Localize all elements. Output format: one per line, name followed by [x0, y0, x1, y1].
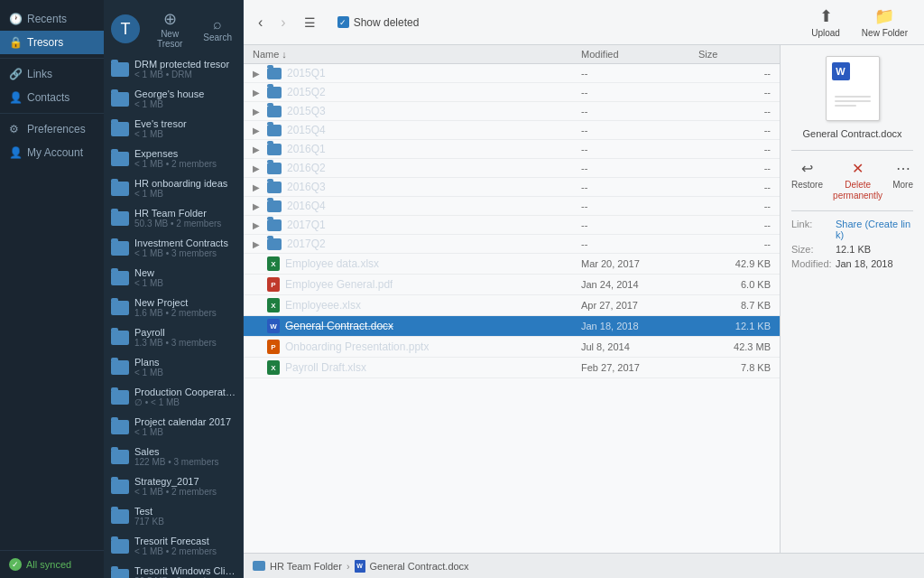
- tresor-item[interactable]: Test 717 KB: [104, 501, 243, 531]
- table-row[interactable]: ▶ 2015Q3 -- --: [244, 102, 780, 121]
- tresor-name: Plans: [134, 357, 236, 368]
- sidebar-item-recents[interactable]: 🕐 Recents: [0, 7, 104, 31]
- file-name: General Contract.docx: [285, 320, 393, 332]
- search-button[interactable]: ⌕ Search: [199, 14, 236, 44]
- tresor-item[interactable]: Project calendar 2017 < 1 MB: [104, 412, 243, 442]
- tresor-folder-icon: [111, 92, 129, 107]
- file-name: 2017Q2: [287, 238, 326, 250]
- tresors-icon: 🔒: [9, 36, 22, 49]
- tresor-item[interactable]: DRM protected tresor < 1 MB • DRM: [104, 54, 243, 84]
- sidebar-item-preferences[interactable]: ⚙ Preferences: [0, 117, 104, 141]
- tresor-item[interactable]: New < 1 MB: [104, 263, 243, 293]
- link-value[interactable]: Share (Create link): [836, 219, 913, 240]
- table-row[interactable]: X Employee data.xlsx Mar 20, 2017 42.9 K…: [244, 254, 780, 275]
- tresor-info: Test 717 KB: [134, 506, 236, 527]
- tresor-meta: 122 MB • 3 members: [134, 457, 236, 467]
- tresor-item[interactable]: HR Team Folder 50.3 MB • 2 members: [104, 203, 243, 233]
- tresor-item[interactable]: Expenses < 1 MB • 2 members: [104, 144, 243, 173]
- table-row[interactable]: X Payroll Draft.xlsx Feb 27, 2017 7.8 KB: [244, 358, 780, 378]
- sidebar-item-tresors[interactable]: 🔒 Tresors: [0, 31, 104, 54]
- file-meta: Link: Share (Create link) Size: 12.1 KB …: [791, 211, 913, 280]
- word-file-icon: W: [267, 319, 280, 333]
- tresor-name: HR Team Folder: [134, 208, 236, 219]
- file-size: 12.1 KB: [698, 321, 771, 331]
- table-row[interactable]: X Employeee.xlsx Apr 27, 2017 8.7 KB: [244, 295, 780, 316]
- sidebar-divider: [0, 58, 104, 59]
- sidebar-item-links[interactable]: 🔗 Links: [0, 62, 104, 86]
- tresor-name: Eve's tresor: [134, 118, 236, 129]
- table-row[interactable]: ▶ 2015Q1 -- --: [244, 64, 780, 83]
- tresor-item[interactable]: Sales 122 MB • 3 members: [104, 442, 243, 471]
- table-row[interactable]: ▶ 2017Q1 -- --: [244, 216, 780, 235]
- tresor-folder-icon: [111, 122, 129, 136]
- tresor-item[interactable]: HR onboarding ideas < 1 MB: [104, 173, 243, 203]
- ppt-file-icon: P: [267, 340, 280, 354]
- tresor-item[interactable]: Plans < 1 MB: [104, 352, 243, 382]
- file-name: 2016Q3: [287, 181, 326, 193]
- view-list-button[interactable]: ☰: [299, 12, 321, 33]
- show-deleted-toggle[interactable]: ✓ Show deleted: [337, 16, 420, 29]
- breadcrumb-folder-label[interactable]: HR Team Folder: [270, 561, 342, 572]
- tresor-item[interactable]: Strategy_2017 < 1 MB • 2 members: [104, 471, 243, 501]
- breadcrumb-file-label[interactable]: General Contract.docx: [370, 561, 469, 572]
- tresor-item[interactable]: Production Cooperation ∅ • < 1 MB: [104, 382, 243, 412]
- toolbar: ‹ › ☰ ✓ Show deleted ⬆ Upload 📁 New Fold…: [244, 0, 924, 45]
- sidebar-item-label: My Account: [27, 146, 83, 159]
- file-modified: Jan 24, 2014: [581, 279, 698, 290]
- tresor-item[interactable]: Tresorit Forecast < 1 MB • 2 members: [104, 531, 243, 561]
- table-row[interactable]: ▶ 2016Q4 -- --: [244, 197, 780, 216]
- modified-value: Jan 18, 2018: [836, 258, 913, 269]
- sidebar-item-contacts[interactable]: 👤 Contacts: [0, 86, 104, 109]
- tresor-item[interactable]: Tresorit Windows Client 86.5 MB • 2 memb…: [104, 561, 243, 578]
- delete-permanently-button[interactable]: ✕ Delete permanently: [823, 160, 892, 201]
- tresor-item[interactable]: Eve's tresor < 1 MB: [104, 114, 243, 144]
- new-tresor-button[interactable]: ⊕ New Tresor: [145, 7, 194, 51]
- table-row[interactable]: ▶ 2015Q4 -- --: [244, 121, 780, 140]
- file-size: --: [698, 87, 771, 98]
- show-deleted-label: Show deleted: [354, 16, 420, 29]
- upload-button[interactable]: ⬆ Upload: [804, 3, 847, 42]
- column-modified[interactable]: Modified: [581, 49, 698, 60]
- table-row[interactable]: ▶ 2016Q2 -- --: [244, 159, 780, 178]
- table-row[interactable]: ▶ 2017Q2 -- --: [244, 235, 780, 254]
- links-icon: 🔗: [9, 68, 22, 80]
- new-folder-label: New Folder: [862, 28, 908, 38]
- back-button[interactable]: ‹: [253, 11, 268, 34]
- breadcrumb-file-icon: W: [355, 560, 365, 573]
- new-folder-button[interactable]: 📁 New Folder: [855, 3, 915, 42]
- tresor-name: Investment Contracts: [134, 238, 236, 248]
- file-name-cell: ▶ 2016Q1: [253, 143, 581, 155]
- file-modified: Jul 8, 2014: [581, 341, 698, 352]
- excel-file-icon: X: [267, 298, 280, 312]
- table-row[interactable]: P Onboarding Presentation.pptx Jul 8, 20…: [244, 337, 780, 358]
- column-name[interactable]: Name ↓: [253, 49, 581, 60]
- tresor-item[interactable]: Investment Contracts < 1 MB • 3 members: [104, 233, 243, 263]
- expand-arrow-icon: ▶: [253, 239, 262, 249]
- file-list-area: Name ↓ Modified Size ▶ 2015Q1 -- -- ▶ 20…: [244, 45, 780, 553]
- restore-button[interactable]: ↩ Restore: [791, 160, 823, 201]
- tresor-item[interactable]: New Project 1.6 MB • 2 members: [104, 293, 243, 322]
- file-name-cell: ▶ 2015Q3: [253, 105, 581, 117]
- table-row[interactable]: ▶ 2016Q3 -- --: [244, 178, 780, 197]
- more-button[interactable]: ⋯ More: [892, 160, 913, 201]
- tresor-meta: < 1 MB: [134, 99, 236, 109]
- forward-button[interactable]: ›: [275, 11, 291, 34]
- table-row[interactable]: W General Contract.docx Jan 18, 2018 12.…: [244, 316, 780, 337]
- table-row[interactable]: ▶ 2015Q2 -- --: [244, 83, 780, 102]
- tresor-item[interactable]: George's house < 1 MB: [104, 84, 243, 114]
- tresor-name: Strategy_2017: [134, 476, 236, 487]
- column-size[interactable]: Size: [698, 49, 771, 60]
- file-modified: --: [581, 106, 698, 117]
- tresor-item[interactable]: Payroll 1.3 MB • 3 members: [104, 322, 243, 352]
- table-row[interactable]: ▶ 2016Q1 -- --: [244, 140, 780, 159]
- meta-link-row: Link: Share (Create link): [791, 219, 913, 240]
- sync-status: ✓ All synced: [9, 558, 95, 571]
- folder-icon: [267, 87, 282, 98]
- tresor-info: Investment Contracts < 1 MB • 3 members: [134, 238, 236, 258]
- show-deleted-checkbox[interactable]: ✓: [337, 16, 349, 28]
- file-name: 2016Q4: [287, 200, 326, 212]
- sidebar-item-my-account[interactable]: 👤 My Account: [0, 141, 104, 164]
- tresor-folder-icon: [111, 271, 129, 285]
- table-row[interactable]: P Employee General.pdf Jan 24, 2014 6.0 …: [244, 275, 780, 295]
- sidebar-divider-2: [0, 113, 104, 114]
